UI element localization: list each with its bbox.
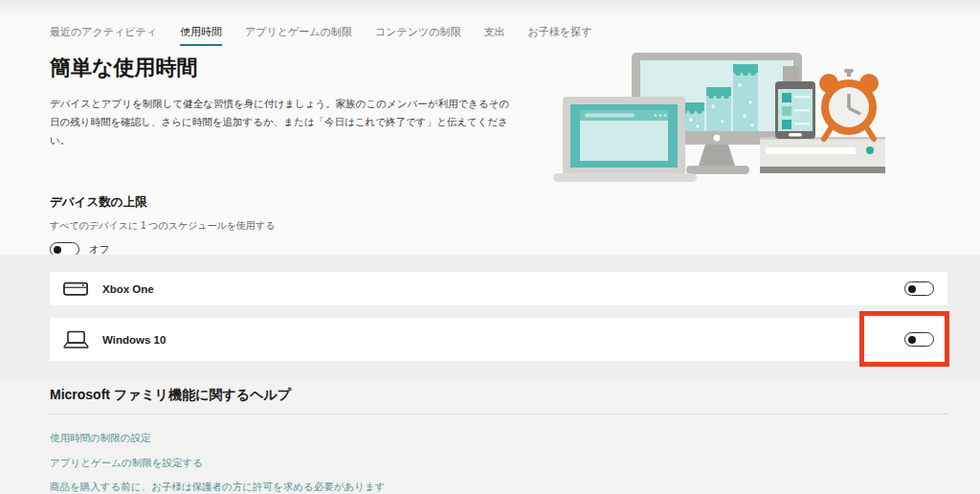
windows-10-toggle[interactable] — [904, 332, 934, 347]
help-link-screen-time-limits[interactable]: 使用時間の制限の設定 — [50, 432, 151, 445]
laptop-icon — [63, 330, 89, 349]
help-link-purchase-approval[interactable]: 商品を購入する前に、お子様は保護者の方に許可を求める必要があります — [50, 481, 385, 494]
device-limits-subtitle: すべてのデバイスに 1 つのスケジュールを使用する — [50, 219, 276, 233]
tab-spending[interactable]: 支出 — [483, 25, 504, 44]
device-name: Xbox One — [102, 283, 154, 295]
tab-screen-time[interactable]: 使用時間 — [180, 25, 222, 46]
divider — [50, 414, 947, 415]
page-description: デバイスとアプリを制限して健全な習慣を身に付けましょう。家族のこのメンバーが利用… — [50, 95, 511, 149]
page-title: 簡単な使用時間 — [50, 54, 198, 82]
alarm-clock-graphic — [819, 69, 879, 139]
device-limits-section: デバイス数の上限 すべてのデバイスに 1 つのスケジュールを使用する オフ — [50, 194, 276, 257]
device-name: Windows 10 — [102, 334, 166, 346]
phone-graphic — [775, 81, 815, 139]
top-fade — [0, 0, 980, 15]
tab-bar: 最近のアクティビティ 使用時間 アプリとゲームの制限 コンテンツの制限 支出 お… — [50, 25, 591, 46]
device-limits-title: デバイス数の上限 — [50, 194, 276, 211]
help-section: Microsoft ファミリ機能に関するヘルプ 使用時間の制限の設定 アプリとゲ… — [0, 379, 980, 494]
laptop-graphic — [553, 97, 697, 182]
device-list: Xbox One Windows 10 — [0, 255, 980, 379]
xbox-one-toggle[interactable] — [904, 281, 934, 296]
help-title: Microsoft ファミリ機能に関するヘルプ — [50, 387, 291, 404]
tab-app-game-limits[interactable]: アプリとゲームの制限 — [245, 25, 352, 44]
device-row-xbox-one: Xbox One — [50, 272, 947, 305]
help-link-app-game-limits[interactable]: アプリとゲームの制限を設定する — [50, 457, 203, 470]
devices-illustration — [547, 53, 888, 185]
family-safety-screen-time-page: 最近のアクティビティ 使用時間 アプリとゲームの制限 コンテンツの制限 支出 お… — [0, 0, 980, 494]
device-row-windows-10: Windows 10 — [50, 318, 947, 361]
game-console-icon — [63, 280, 89, 299]
tab-content-restrictions[interactable]: コンテンツの制限 — [375, 25, 461, 44]
tab-recent-activity[interactable]: 最近のアクティビティ — [50, 25, 157, 44]
tab-find-child[interactable]: お子様を探す — [527, 25, 591, 44]
